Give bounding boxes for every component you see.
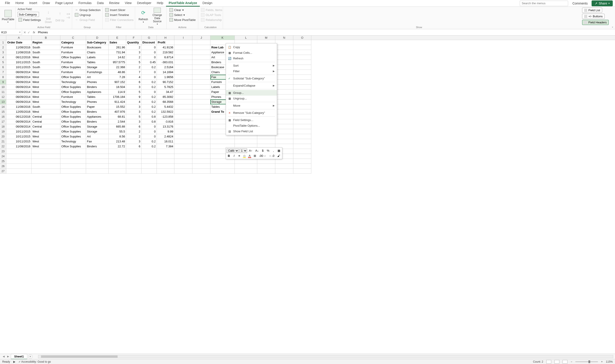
cell[interactable]: 665.88 xyxy=(109,124,126,129)
cell[interactable] xyxy=(293,109,311,114)
cell[interactable] xyxy=(174,149,192,154)
cell[interactable]: 11/08/2016 xyxy=(6,104,31,109)
cell[interactable]: 0 xyxy=(141,124,157,129)
cell[interactable]: -3.816 xyxy=(157,119,174,124)
cell[interactable] xyxy=(109,154,126,159)
cell[interactable] xyxy=(174,134,192,139)
cell[interactable]: Office Supplies xyxy=(60,124,86,129)
cell[interactable] xyxy=(293,85,311,90)
cell[interactable] xyxy=(174,70,192,75)
cell[interactable] xyxy=(31,149,60,154)
row-header[interactable]: 17 xyxy=(0,119,6,124)
cell[interactable]: Office Supplies xyxy=(60,129,86,134)
formula-input[interactable] xyxy=(37,30,615,35)
cell[interactable] xyxy=(141,149,157,154)
cell[interactable] xyxy=(174,45,192,50)
cell[interactable] xyxy=(192,124,210,129)
cell[interactable] xyxy=(174,60,192,65)
cell[interactable] xyxy=(6,149,31,154)
fill-color-icon[interactable]: ◇ xyxy=(242,154,247,158)
cell[interactable] xyxy=(192,134,210,139)
cell[interactable]: Storage xyxy=(86,65,109,70)
cell[interactable]: Paper xyxy=(86,104,109,109)
cell[interactable]: Office Supplies xyxy=(60,119,86,124)
cell[interactable]: 1706.184 xyxy=(109,94,126,99)
context-menu-item[interactable]: Filter▶ xyxy=(226,68,277,74)
cell[interactable] xyxy=(174,169,192,174)
cell[interactable]: Office Supplies xyxy=(60,65,86,70)
cell[interactable] xyxy=(174,40,192,45)
change-data-source-button[interactable]: Change Data Source▾ xyxy=(151,8,164,25)
cell[interactable] xyxy=(174,109,192,114)
cell[interactable] xyxy=(293,99,311,104)
cell[interactable] xyxy=(174,164,192,169)
cell[interactable]: 3 xyxy=(126,109,141,114)
comments-button[interactable]: Comments xyxy=(570,0,590,6)
column-header[interactable]: C xyxy=(60,36,86,40)
cell[interactable] xyxy=(192,50,210,55)
cell[interactable]: Labels xyxy=(86,55,109,60)
cell[interactable] xyxy=(174,55,192,60)
context-menu-item[interactable]: ▤Show Field List xyxy=(226,129,277,134)
cell[interactable] xyxy=(293,50,311,55)
cell[interactable]: Office Supplies xyxy=(60,144,86,149)
row-header[interactable]: 2 xyxy=(0,45,6,50)
cell[interactable] xyxy=(293,45,311,50)
cell[interactable] xyxy=(192,149,210,154)
cell[interactable]: West xyxy=(31,99,60,104)
cell[interactable]: 06/09/2014 xyxy=(6,70,31,75)
cell[interactable]: 0.2 xyxy=(141,99,157,104)
cell[interactable]: Central xyxy=(31,124,60,129)
cell[interactable]: 0.2 xyxy=(141,94,157,99)
cell[interactable] xyxy=(275,75,293,80)
cell[interactable]: 41.9136 xyxy=(157,45,174,50)
cell[interactable] xyxy=(192,90,210,94)
cell[interactable] xyxy=(31,154,60,159)
cell[interactable] xyxy=(174,85,192,90)
cell[interactable]: Storage xyxy=(86,129,109,134)
cell[interactable] xyxy=(210,169,235,174)
cell[interactable]: 1.9656 xyxy=(157,75,174,80)
cell[interactable] xyxy=(192,65,210,70)
cell[interactable] xyxy=(86,159,109,164)
cell[interactable]: Art xyxy=(86,134,109,139)
row-header[interactable]: 25 xyxy=(0,159,6,164)
cell[interactable] xyxy=(192,154,210,159)
fx-icon[interactable]: fx xyxy=(31,31,37,34)
cell[interactable]: 16.011 xyxy=(157,139,174,144)
cell[interactable]: Furniture xyxy=(60,45,86,50)
row-header[interactable]: 6 xyxy=(0,65,6,70)
cell[interactable]: Bookcases xyxy=(86,45,109,50)
cell[interactable] xyxy=(293,60,311,65)
row-header[interactable]: 10 xyxy=(0,85,6,90)
cell[interactable]: 0.8 xyxy=(141,119,157,124)
cell[interactable] xyxy=(210,139,235,144)
cell[interactable]: Technology xyxy=(60,99,86,104)
cell[interactable]: Storage xyxy=(86,124,109,129)
cell[interactable]: 06/12/2016 xyxy=(6,55,31,60)
cell[interactable] xyxy=(31,169,60,174)
column-header[interactable]: F xyxy=(126,36,141,40)
ungroup-button[interactable]: Ungroup xyxy=(74,13,101,17)
spreadsheet-grid[interactable]: ABCDEFGHIJKLMNO 123456789101112131415161… xyxy=(0,36,615,354)
cell[interactable] xyxy=(275,80,293,85)
context-menu-item[interactable]: Expand/Collapse▶ xyxy=(226,83,277,88)
context-menu-item[interactable]: ▦Field Settings... xyxy=(226,117,277,123)
context-menu-item[interactable]: ▦Group... xyxy=(226,90,277,96)
cell[interactable] xyxy=(60,149,86,154)
cell[interactable]: 14.62 xyxy=(109,55,126,60)
cell[interactable] xyxy=(293,139,311,144)
cell[interactable]: West xyxy=(31,144,60,149)
cell[interactable] xyxy=(174,99,192,104)
row-header[interactable]: 16 xyxy=(0,114,6,119)
row-header[interactable]: 3 xyxy=(0,50,6,55)
cell[interactable] xyxy=(275,159,293,164)
cell[interactable]: 7 xyxy=(126,70,141,75)
cancel-formula-icon[interactable]: ✕ xyxy=(23,31,26,34)
cell[interactable]: 68.3568 xyxy=(157,99,174,104)
cell[interactable]: 18.504 xyxy=(109,85,126,90)
cell[interactable] xyxy=(86,169,109,174)
cell[interactable]: 4 xyxy=(126,75,141,80)
cell[interactable] xyxy=(6,159,31,164)
ribbon-tab-page-layout[interactable]: Page Layout xyxy=(53,0,76,7)
